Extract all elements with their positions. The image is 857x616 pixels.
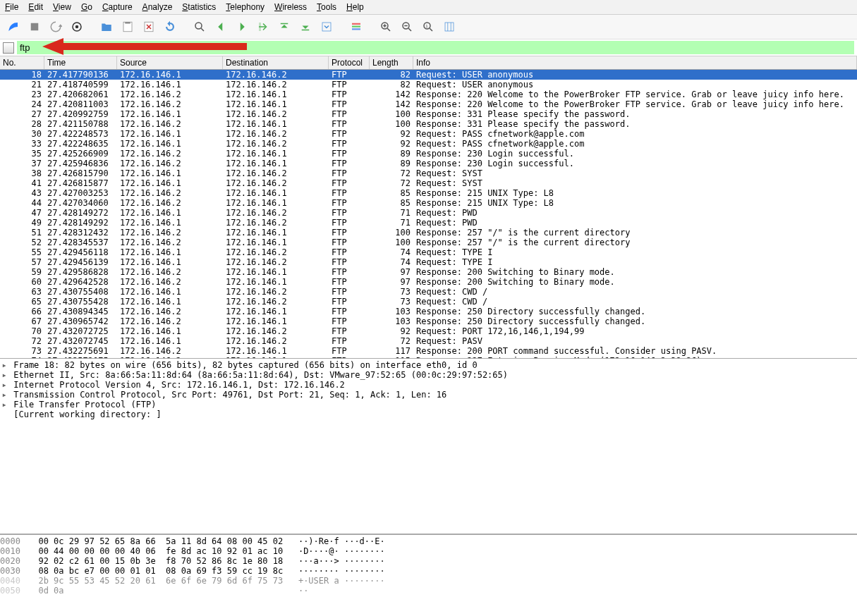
col-time[interactable]: Time <box>44 56 117 69</box>
close-file-icon[interactable] <box>140 18 158 36</box>
hex-row[interactable]: 0000 00 0c 29 97 52 65 8a 66 5a 11 8d 64… <box>0 536 857 546</box>
go-first-icon[interactable] <box>275 18 293 36</box>
autoscroll-icon[interactable] <box>317 18 336 36</box>
capture-options-icon[interactable] <box>68 18 86 36</box>
packet-row[interactable]: 3027.422248573172.16.146.1172.16.146.2FT… <box>0 129 857 139</box>
packet-row[interactable]: 4427.427034060172.16.146.2172.16.146.1FT… <box>0 198 857 208</box>
menu-view[interactable]: View <box>53 2 71 12</box>
go-back-icon[interactable] <box>212 18 230 36</box>
packet-row[interactable]: 5127.428312432172.16.146.2172.16.146.1FT… <box>0 228 857 238</box>
tree-item[interactable]: ▸ Transmission Control Protocol, Src Por… <box>0 390 857 400</box>
save-file-icon[interactable] <box>118 18 137 36</box>
menu-telephony[interactable]: Telephony <box>226 2 265 12</box>
svg-rect-10 <box>322 23 331 31</box>
hex-row[interactable]: 0010 00 44 00 00 00 00 40 06 fe 8d ac 10… <box>0 546 857 556</box>
zoom-reset-icon[interactable]: 1 <box>419 18 437 36</box>
go-forward-icon[interactable] <box>233 18 251 36</box>
tree-item[interactable]: ▸ Ethernet II, Src: 8a:66:5a:11:8d:64 (8… <box>0 370 857 380</box>
svg-rect-0 <box>31 23 39 31</box>
packet-row[interactable]: 5927.429586828172.16.146.2172.16.146.1FT… <box>0 267 857 277</box>
menu-bar: FileEditViewGoCaptureAnalyzeStatisticsTe… <box>0 0 857 15</box>
colorize-icon[interactable] <box>347 18 365 36</box>
packet-row[interactable]: 2327.420682061172.16.146.2172.16.146.1FT… <box>0 90 857 99</box>
hex-row[interactable]: 0030 08 0a bc e7 00 00 01 01 08 0a 69 f3… <box>0 566 857 576</box>
menu-help[interactable]: Help <box>346 2 364 12</box>
menu-go[interactable]: Go <box>81 2 92 12</box>
tree-item[interactable]: ▸ Internet Protocol Version 4, Src: 172.… <box>0 380 857 390</box>
resize-columns-icon[interactable] <box>440 18 458 36</box>
zoom-out-icon[interactable] <box>398 18 416 36</box>
stop-capture-icon[interactable] <box>25 18 44 36</box>
packet-row[interactable]: 3527.425266909172.16.146.2172.16.146.1FT… <box>0 149 857 159</box>
display-filter-bar <box>0 39 857 56</box>
packet-list-pane[interactable]: 1827.417790136172.16.146.1172.16.146.2FT… <box>0 70 857 359</box>
packet-row[interactable]: 2127.418740599172.16.146.1172.16.146.2FT… <box>0 80 857 90</box>
svg-point-2 <box>75 25 79 29</box>
bookmark-icon[interactable] <box>3 42 14 54</box>
packet-row[interactable]: 7027.432072725172.16.146.1172.16.146.2FT… <box>0 326 857 336</box>
col-source[interactable]: Source <box>117 56 223 69</box>
packet-row[interactable]: 4327.427003253172.16.146.2172.16.146.1FT… <box>0 188 857 198</box>
menu-tools[interactable]: Tools <box>317 2 336 12</box>
display-filter-input[interactable] <box>17 41 854 54</box>
svg-point-6 <box>195 23 202 29</box>
hex-row[interactable]: 0050 0d 0a ·· <box>0 586 857 596</box>
col-no[interactable]: No. <box>0 56 44 69</box>
packet-row[interactable]: 4927.428149292172.16.146.1172.16.146.2FT… <box>0 218 857 228</box>
menu-wireless[interactable]: Wireless <box>274 2 307 12</box>
go-last-icon[interactable] <box>296 18 315 36</box>
tree-item[interactable]: [Current working directory: ] <box>0 409 857 419</box>
packet-row[interactable]: 7327.432275691172.16.146.2172.16.146.1FT… <box>0 346 857 356</box>
packet-row[interactable]: 6327.430755408172.16.146.1172.16.146.2FT… <box>0 287 857 297</box>
main-toolbar: 1 <box>0 15 857 39</box>
restart-capture-icon[interactable] <box>47 18 65 36</box>
menu-capture[interactable]: Capture <box>102 2 133 12</box>
packet-row[interactable]: 1827.417790136172.16.146.1172.16.146.2FT… <box>0 70 857 80</box>
packet-row[interactable]: 2827.421150788172.16.146.2172.16.146.1FT… <box>0 119 857 129</box>
col-length[interactable]: Length <box>370 56 413 69</box>
packet-row[interactable]: 2427.420811003172.16.146.2172.16.146.1FT… <box>0 99 857 109</box>
packet-row[interactable]: 3827.426815790172.16.146.1172.16.146.2FT… <box>0 168 857 178</box>
packet-row[interactable]: 4727.428149272172.16.146.1172.16.146.2FT… <box>0 208 857 218</box>
packet-details-pane[interactable]: ▸ Frame 18: 82 bytes on wire (656 bits),… <box>0 359 857 535</box>
menu-statistics[interactable]: Statistics <box>182 2 216 12</box>
packet-row[interactable]: 7227.432072745172.16.146.1172.16.146.2FT… <box>0 336 857 346</box>
svg-text:1: 1 <box>425 24 428 28</box>
col-proto[interactable]: Protocol <box>329 56 370 69</box>
packet-bytes-pane[interactable]: 0000 00 0c 29 97 52 65 8a 66 5a 11 8d 64… <box>0 535 857 598</box>
menu-file[interactable]: File <box>5 2 18 12</box>
packet-row[interactable]: 6727.430965742172.16.146.2172.16.146.1FT… <box>0 316 857 326</box>
tree-item[interactable]: ▸ Frame 18: 82 bytes on wire (656 bits),… <box>0 360 857 370</box>
svg-rect-11 <box>352 23 360 25</box>
packet-row[interactable]: 6627.430894345172.16.146.2172.16.146.1FT… <box>0 307 857 316</box>
svg-rect-18 <box>445 23 454 31</box>
col-info[interactable]: Info <box>413 56 857 69</box>
tree-item[interactable]: ▸ File Transfer Protocol (FTP) <box>0 400 857 409</box>
svg-rect-8 <box>281 23 288 25</box>
menu-edit[interactable]: Edit <box>28 2 43 12</box>
svg-rect-12 <box>352 26 360 27</box>
reload-icon[interactable] <box>161 18 179 36</box>
packet-row[interactable]: 6527.430755428172.16.146.1172.16.146.2FT… <box>0 297 857 307</box>
fin-icon[interactable] <box>4 18 23 36</box>
find-icon[interactable] <box>190 18 209 36</box>
svg-rect-7 <box>259 23 261 31</box>
packet-row[interactable]: 3727.425946836172.16.146.2172.16.146.1FT… <box>0 159 857 168</box>
packet-row[interactable]: 2727.420992759172.16.146.1172.16.146.2FT… <box>0 109 857 119</box>
packet-row[interactable]: 5227.428345537172.16.146.2172.16.146.1FT… <box>0 238 857 247</box>
menu-analyze[interactable]: Analyze <box>142 2 173 12</box>
packet-row[interactable]: 4127.426815877172.16.146.1172.16.146.2FT… <box>0 178 857 188</box>
packet-row[interactable]: 6027.429642528172.16.146.2172.16.146.1FT… <box>0 277 857 287</box>
go-to-packet-icon[interactable] <box>254 18 272 36</box>
hex-row[interactable]: 0020 92 02 c2 61 00 15 0b 3e f8 70 52 86… <box>0 556 857 566</box>
svg-rect-4 <box>125 22 130 23</box>
hex-row[interactable]: 0040 2b 9c 55 53 45 52 20 61 6e 6f 6e 79… <box>0 576 857 586</box>
open-file-icon[interactable] <box>97 18 116 36</box>
packet-list-header[interactable]: No. Time Source Destination Protocol Len… <box>0 56 857 70</box>
svg-rect-13 <box>352 28 360 30</box>
packet-row[interactable]: 5527.429456118172.16.146.1172.16.146.2FT… <box>0 247 857 257</box>
col-dest[interactable]: Destination <box>223 56 329 69</box>
packet-row[interactable]: 3327.422248635172.16.146.1172.16.146.2FT… <box>0 139 857 149</box>
zoom-in-icon[interactable] <box>377 18 395 36</box>
packet-row[interactable]: 5727.429456139172.16.146.1172.16.146.2FT… <box>0 257 857 267</box>
